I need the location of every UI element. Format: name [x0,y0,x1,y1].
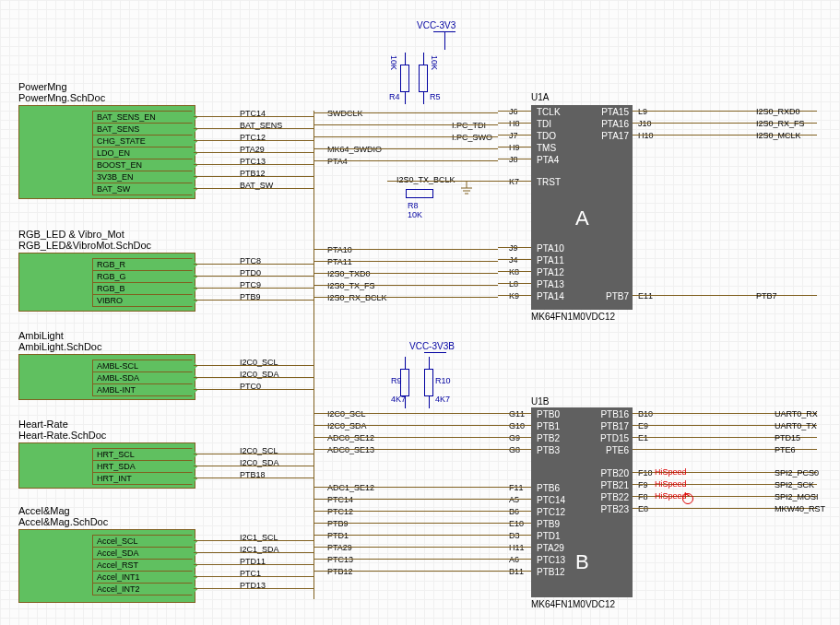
port-HRT_INT: HRT_INT [92,472,197,485]
wire [498,511,531,512]
net-I2S0_TX_FS: I2S0_TX_FS [327,281,375,290]
pin-PTA13-num: L8 [509,279,518,289]
pin-PTB16-num: B10 [638,409,653,419]
pin-PTA29-num: H11 [509,543,525,552]
net-PTC13: PTC13 [327,555,353,564]
port-RGB_R: RGB_R [92,258,197,271]
wire [314,124,498,125]
wire [314,160,498,161]
r9-ref: R9 [391,376,402,385]
pin-PTB7: PTB7 [597,291,629,301]
pin-TDI-num: H8 [509,119,520,128]
power-bar-b [424,352,446,353]
net-PTB12: PTB12 [240,169,266,178]
wire [498,571,531,572]
pin-PTB2-num: G9 [509,433,520,442]
net-BAT_SW: BAT_SW [240,181,273,190]
net-I.PC_TDI: I.PC_TDI [452,121,486,130]
net-SWDCLK: SWDCLK [327,109,363,118]
wire [314,425,498,426]
power-net-label: VCC-3V3 [417,20,455,30]
net-SPI2_MOSI: SPI2_MOSI [775,492,819,501]
pin-PTB12-num: B11 [509,567,524,576]
chipA-pn: MK64FN1M0VDC12 [531,312,615,322]
pin-PTE6: PTE6 [597,445,629,455]
r10-ref: R10 [435,376,451,385]
rgb-title: RGB_LED & Vibro_Mot [18,229,124,240]
wire [314,511,498,512]
wire [498,487,531,488]
wire [498,123,531,124]
net-PTA29: PTA29 [327,543,352,552]
net-MK64_SWDIO: MK64_SWDIO [327,145,382,154]
net-I2S0_MCLK: I2S0_MCLK [756,131,801,140]
pin-PTA15-num: L9 [638,107,647,116]
port-Accel_RST: Accel_RST [92,559,197,572]
pin-PTA10-num: J9 [509,243,518,253]
wire [387,181,498,182]
pin-PTD15: PTD15 [597,433,629,443]
wire [314,136,498,137]
net-PTD11: PTD11 [240,557,266,566]
wire [498,559,531,560]
net-PTB9: PTB9 [240,292,261,301]
net-PTB18: PTB18 [240,470,266,479]
wire [314,547,498,548]
wire [498,295,531,296]
pin-PTA12: PTA12 [537,267,564,277]
heart-title: Heart-Rate [18,419,68,430]
wire [498,535,531,536]
pin-PTB7-num: E11 [638,291,653,301]
port-BAT_SW: BAT_SW [92,183,197,195]
net-PTD0: PTD0 [240,268,261,277]
wire [314,413,498,414]
pin-PTB3: PTB3 [537,445,560,455]
net-I2C1_SDA: I2C1_SDA [240,545,279,554]
net-I2S0_RX_FS: I2S0_RX_FS [756,119,805,128]
rgb-doc: RGB_LED&VibroMot.SchDoc [18,240,151,251]
port-LDO_EN: LDO_EN [92,147,197,159]
resistor-r10 [424,369,433,396]
resistor-r4 [400,65,409,92]
r10-val: 4K7 [435,395,450,404]
net-PTB7: PTB7 [756,291,777,301]
pin-PTA14-num: K9 [509,291,519,301]
net-I2S0_TXD0: I2S0_TXD0 [327,269,371,278]
net-PTE6: PTE6 [775,445,796,454]
wire [314,571,498,572]
wire [498,547,531,548]
net-BAT_SENS: BAT_SENS [240,121,282,130]
net-PTA11: PTA11 [327,257,352,266]
pin-PTB9: PTB9 [537,519,560,529]
net-PTC13: PTC13 [240,157,266,166]
net-PTA10: PTA10 [327,245,352,254]
wire [314,261,498,262]
pin-PTB23: PTB23 [597,504,629,514]
net-PTC9: PTC9 [240,280,261,289]
pin-PTB16: PTB16 [597,409,629,419]
port-HRT_SDA: HRT_SDA [92,460,197,473]
wire [314,148,498,149]
net-PTB12: PTB12 [327,567,353,576]
net-PTC1: PTC1 [240,569,261,578]
wire [314,249,498,250]
r5-ref: R5 [430,92,441,101]
net-I2C1_SCL: I2C1_SCL [240,533,278,542]
r4-val: 10K [389,55,398,70]
chip-a-letter: A [575,206,589,230]
pin-PTB17-num: E9 [638,421,648,430]
pin-PTD15-num: E1 [638,433,648,442]
pin-PTC12: PTC12 [537,507,565,517]
pin-PTC13-num: A6 [509,555,519,564]
r8-val: 10K [408,210,422,219]
net-UART0_RX: UART0_RX [775,409,818,419]
r4-ref: R4 [389,92,400,101]
resistor-r8 [406,189,433,198]
pin-PTB21-num: F9 [638,480,648,489]
pin-PTC12-num: B6 [509,507,519,516]
pin-PTB21: PTB21 [597,480,629,490]
bus-vertical [314,111,314,599]
net-UART0_TX: UART0_TX [775,421,817,430]
chipB-pn: MK64FN1M0VDC12 [531,599,615,609]
wire [314,437,498,438]
